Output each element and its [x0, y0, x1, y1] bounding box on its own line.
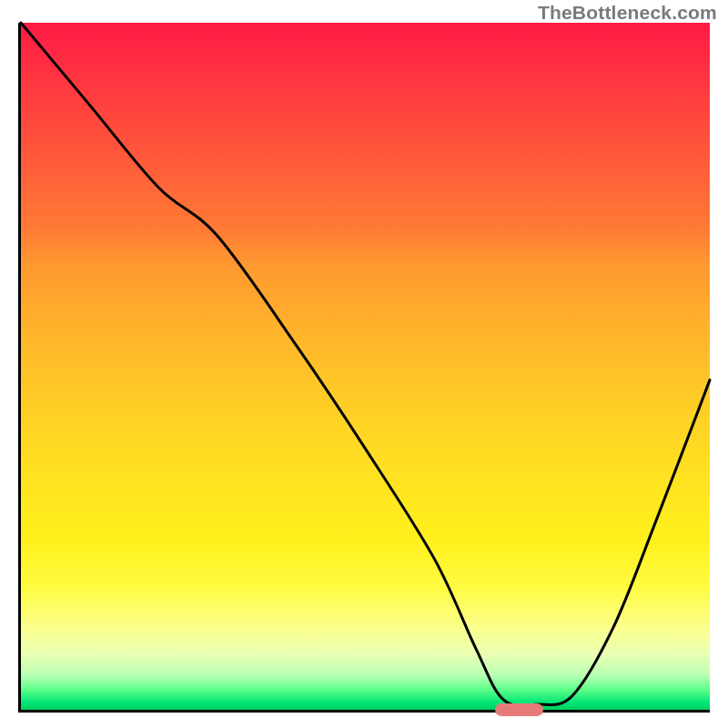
bottleneck-curve	[21, 23, 710, 710]
attribution-text: TheBottleneck.com	[538, 2, 717, 24]
bottleneck-chart: TheBottleneck.com	[0, 0, 728, 728]
optimal-marker	[495, 703, 543, 716]
plot-area	[18, 23, 710, 713]
